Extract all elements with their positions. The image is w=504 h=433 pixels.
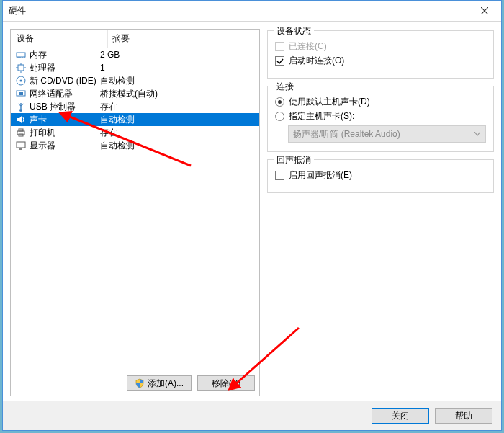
- device-row[interactable]: 显示器自动检测: [11, 139, 259, 152]
- device-summary: 自动检测: [97, 113, 259, 126]
- device-summary: 1: [97, 61, 259, 74]
- column-device[interactable]: 设备: [11, 30, 108, 48]
- column-summary[interactable]: 摘要: [108, 30, 259, 48]
- specify-host-row[interactable]: 指定主机声卡(S):: [275, 110, 486, 122]
- shield-icon: [135, 378, 145, 388]
- device-summary: 2 GB: [97, 48, 259, 61]
- remove-button[interactable]: 移除(R): [197, 375, 255, 391]
- device-name: USB 控制器: [30, 100, 97, 113]
- device-row[interactable]: 打印机存在: [11, 126, 259, 139]
- echo-cancel-group: 回声抵消 启用回声抵消(E): [267, 159, 494, 193]
- device-row[interactable]: 网络适配器桥接模式(自动): [11, 87, 259, 100]
- add-button-label: 添加(A)...: [148, 378, 184, 390]
- connect-at-poweron-row[interactable]: 启动时连接(O): [275, 55, 486, 67]
- device-summary: 存在: [97, 126, 259, 139]
- device-name: 打印机: [30, 126, 97, 139]
- specify-host-label: 指定主机声卡(S):: [289, 110, 354, 122]
- hardware-dialog: 硬件 设备 摘要 内存2 GB处理器1新 CD/DVD (IDE)自动检测网络适…: [2, 0, 502, 431]
- connect-at-poweron-label: 启动时连接(O): [289, 55, 344, 67]
- svg-point-16: [19, 109, 22, 112]
- svg-rect-23: [17, 142, 25, 148]
- connection-legend: 连接: [274, 81, 297, 93]
- svg-rect-15: [19, 92, 23, 95]
- device-list-header: 设备 摘要: [11, 30, 259, 48]
- svg-rect-21: [19, 129, 23, 131]
- device-list[interactable]: 内存2 GB处理器1新 CD/DVD (IDE)自动检测网络适配器桥接模式(自动…: [11, 48, 259, 370]
- chevron-down-icon: [472, 129, 482, 139]
- usb-icon: [15, 101, 27, 112]
- nic-icon: [15, 88, 27, 99]
- device-name: 内存: [30, 48, 97, 61]
- close-button-label: 关闭: [392, 410, 409, 422]
- device-name: 显示器: [30, 139, 97, 152]
- connected-label: 已连接(C): [289, 40, 327, 53]
- help-button[interactable]: 帮助: [435, 408, 492, 424]
- device-name: 网络适配器: [30, 87, 97, 100]
- host-sound-card-value: 扬声器/听筒 (Realtek Audio): [293, 128, 400, 140]
- device-row[interactable]: 声卡自动检测: [11, 113, 259, 126]
- device-summary: 存在: [97, 100, 259, 113]
- device-row[interactable]: 处理器1: [11, 61, 259, 74]
- connected-checkbox-row: 已连接(C): [275, 40, 486, 53]
- help-button-label: 帮助: [455, 410, 472, 422]
- echo-cancel-legend: 回声抵消: [274, 154, 314, 166]
- cpu-icon: [15, 62, 27, 73]
- device-row[interactable]: USB 控制器存在: [11, 100, 259, 113]
- connect-at-poweron-checkbox[interactable]: [275, 56, 284, 66]
- enable-echo-row[interactable]: 启用回声抵消(E): [275, 169, 486, 182]
- enable-echo-label: 启用回声抵消(E): [289, 169, 352, 182]
- settings-pane: 设备状态 已连接(C) 启动时连接(O) 连接: [267, 29, 494, 396]
- svg-rect-7: [18, 65, 24, 71]
- connection-group: 连接 使用默认主机声卡(D) 指定主机声卡(S): 扬声器/听筒 (Realte…: [267, 86, 494, 152]
- device-summary: 自动检测: [97, 74, 259, 87]
- host-sound-card-combo: 扬声器/听筒 (Realtek Audio): [288, 125, 486, 143]
- dialog-footer: 关闭 帮助: [3, 401, 501, 430]
- add-button[interactable]: 添加(A)...: [127, 375, 192, 391]
- dialog-title: 硬件: [9, 5, 468, 17]
- window-close-button[interactable]: [468, 1, 501, 21]
- device-name: 新 CD/DVD (IDE): [30, 74, 97, 87]
- device-row[interactable]: 内存2 GB: [11, 48, 259, 61]
- use-default-host-radio[interactable]: [275, 97, 284, 107]
- close-button[interactable]: 关闭: [372, 408, 429, 424]
- sound-icon: [15, 114, 27, 125]
- use-default-host-row[interactable]: 使用默认主机声卡(D): [275, 96, 486, 108]
- titlebar: 硬件: [3, 1, 501, 22]
- connected-checkbox: [275, 42, 284, 51]
- close-icon: [481, 7, 488, 14]
- printer-icon: [15, 127, 27, 138]
- device-summary: 桥接模式(自动): [97, 87, 259, 100]
- disc-icon: [15, 75, 27, 86]
- device-name: 声卡: [30, 113, 97, 126]
- svg-rect-2: [17, 53, 25, 57]
- enable-echo-checkbox[interactable]: [275, 171, 284, 180]
- device-list-pane: 设备 摘要 内存2 GB处理器1新 CD/DVD (IDE)自动检测网络适配器桥…: [10, 29, 260, 396]
- device-row[interactable]: 新 CD/DVD (IDE)自动检测: [11, 74, 259, 87]
- device-summary: 自动检测: [97, 139, 259, 152]
- specify-host-radio[interactable]: [275, 112, 284, 121]
- device-name: 处理器: [30, 61, 97, 74]
- memory-icon: [15, 49, 27, 61]
- device-status-group: 设备状态 已连接(C) 启动时连接(O): [267, 30, 494, 79]
- dialog-body: 设备 摘要 内存2 GB处理器1新 CD/DVD (IDE)自动检测网络适配器桥…: [3, 22, 501, 401]
- device-list-buttons: 添加(A)... 移除(R): [11, 370, 259, 396]
- device-status-legend: 设备状态: [274, 25, 314, 37]
- remove-button-label: 移除(R): [212, 378, 241, 390]
- display-icon: [15, 140, 27, 151]
- use-default-host-label: 使用默认主机声卡(D): [289, 96, 370, 108]
- svg-point-13: [20, 80, 22, 82]
